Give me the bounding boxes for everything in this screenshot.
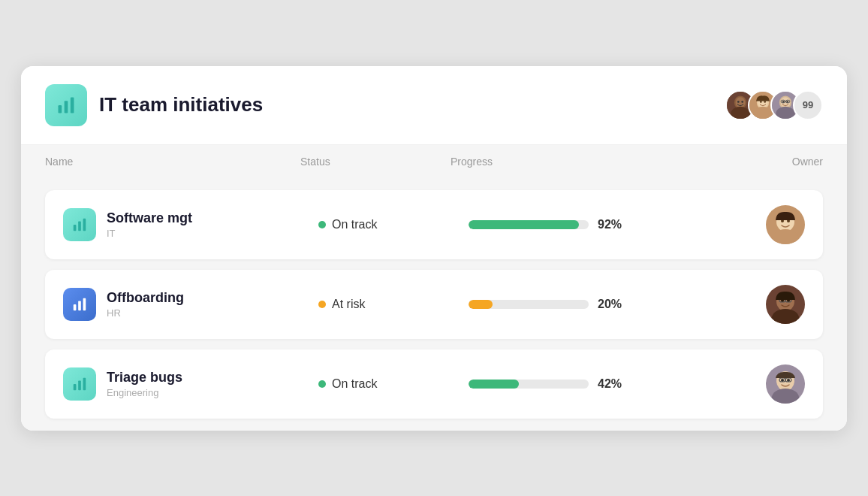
item-dept: Engineering xyxy=(107,387,182,398)
col-name: Name xyxy=(45,156,300,168)
progress-bar-fill xyxy=(469,220,579,229)
status-cell-3: On track xyxy=(318,377,469,391)
svg-point-7 xyxy=(741,101,743,103)
status-label: On track xyxy=(332,377,377,391)
svg-point-5 xyxy=(736,97,746,107)
svg-point-6 xyxy=(737,101,740,103)
name-text-triage-bugs: Triage bugs Engineering xyxy=(107,370,182,398)
status-cell-1: On track xyxy=(318,218,469,231)
col-owner: Owner xyxy=(661,156,823,168)
item-name: Offboarding xyxy=(107,290,184,306)
row-icon-software-mgt xyxy=(63,208,96,241)
svg-point-48 xyxy=(781,379,784,382)
progress-pct: 20% xyxy=(598,298,628,311)
svg-rect-24 xyxy=(74,225,77,231)
avatar-count: 99 xyxy=(793,90,823,120)
row-icon-offboarding xyxy=(63,288,96,321)
svg-rect-25 xyxy=(78,221,81,231)
table-row[interactable]: Offboarding HR At risk 20% xyxy=(45,270,823,339)
owner-cell-1 xyxy=(679,205,805,244)
progress-bar-bg xyxy=(469,380,589,389)
name-text-software-mgt: Software mgt IT xyxy=(107,210,192,239)
col-progress: Progress xyxy=(451,156,661,168)
svg-rect-0 xyxy=(59,105,62,113)
svg-rect-32 xyxy=(74,304,77,310)
name-cell: Triage bugs Engineering xyxy=(63,367,318,401)
header-right: 99 xyxy=(725,90,823,120)
table-header: Name Status Progress Owner xyxy=(21,145,847,178)
header-title: IT team initiatives xyxy=(99,93,263,116)
progress-cell-2: 20% xyxy=(469,298,679,311)
svg-rect-33 xyxy=(78,301,81,310)
row-icon-triage-bugs xyxy=(63,367,96,401)
bar-chart-small-icon xyxy=(71,216,88,233)
progress-bar-bg xyxy=(469,300,589,309)
main-card: IT team initiatives xyxy=(21,66,847,431)
name-cell: Offboarding HR xyxy=(63,288,318,321)
item-name: Triage bugs xyxy=(107,370,182,386)
progress-cell-3: 42% xyxy=(469,377,679,391)
bar-chart-small-icon xyxy=(71,376,88,392)
name-text-offboarding: Offboarding HR xyxy=(107,290,184,319)
progress-bar-fill xyxy=(469,380,519,389)
owner-avatar-2 xyxy=(766,285,805,324)
status-label: At risk xyxy=(332,298,365,311)
header-left: IT team initiatives xyxy=(45,84,263,126)
svg-rect-43 xyxy=(74,384,77,390)
item-dept: IT xyxy=(107,228,192,239)
svg-rect-34 xyxy=(83,298,86,310)
status-cell-2: At risk xyxy=(318,298,469,311)
status-dot-green xyxy=(318,380,326,388)
rows-container: Software mgt IT On track 92% xyxy=(21,178,847,431)
item-name: Software mgt xyxy=(107,210,192,226)
owner-cell-2 xyxy=(679,285,805,324)
progress-pct: 42% xyxy=(598,377,628,391)
bar-chart-small-icon xyxy=(71,296,88,313)
header-icon xyxy=(45,84,87,126)
status-dot-orange xyxy=(318,301,326,308)
progress-cell-1: 92% xyxy=(469,218,679,231)
svg-point-49 xyxy=(787,379,790,382)
svg-rect-1 xyxy=(65,101,68,113)
table-row[interactable]: Software mgt IT On track 92% xyxy=(45,190,823,259)
name-cell: Software mgt IT xyxy=(63,208,318,241)
col-status: Status xyxy=(300,156,451,168)
header: IT team initiatives xyxy=(21,66,847,145)
svg-rect-45 xyxy=(83,377,86,390)
svg-rect-2 xyxy=(71,97,74,113)
progress-bar-bg xyxy=(469,220,589,229)
avatar-stack: 99 xyxy=(725,90,823,120)
owner-avatar-3 xyxy=(766,364,805,404)
owner-cell-3 xyxy=(679,364,805,404)
status-label: On track xyxy=(332,218,377,231)
bar-chart-icon xyxy=(56,95,77,116)
status-dot-green xyxy=(318,221,326,228)
progress-pct: 92% xyxy=(598,218,628,231)
table-row[interactable]: Triage bugs Engineering On track 42% xyxy=(45,349,823,419)
progress-bar-fill xyxy=(469,300,493,309)
svg-rect-44 xyxy=(78,380,81,390)
item-dept: HR xyxy=(107,307,184,319)
svg-rect-26 xyxy=(83,218,86,231)
owner-avatar-1 xyxy=(766,205,805,244)
